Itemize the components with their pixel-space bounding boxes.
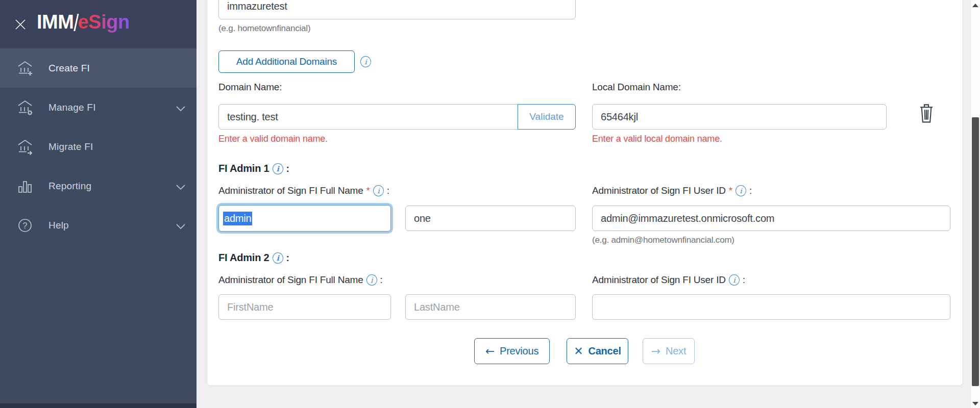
required-asterisk: * bbox=[729, 185, 732, 196]
sidebar-item-create-fi[interactable]: Create FI bbox=[0, 48, 197, 88]
sidebar-nav: Create FI Manage FI bbox=[0, 48, 197, 245]
cancel-button[interactable]: ✕ Cancel bbox=[567, 338, 628, 364]
admin2-user-id-label: Administrator of Sign FI User ID bbox=[592, 274, 745, 286]
admin1-full-name-label: Administrator of Sign FI Full Name * bbox=[218, 185, 389, 196]
chevron-down-icon bbox=[176, 105, 185, 110]
imm-esign-logo: IMM/eSign bbox=[37, 9, 130, 37]
sidebar-item-reporting[interactable]: Reporting bbox=[0, 166, 197, 206]
add-additional-domains-label: Add Additional Domains bbox=[236, 56, 337, 67]
admin1-user-id-input[interactable] bbox=[592, 206, 950, 231]
admin2-user-id-info-icon[interactable] bbox=[729, 274, 740, 286]
fi-admin-1-heading: FI Admin 1 bbox=[218, 163, 289, 174]
heading-colon bbox=[286, 252, 289, 264]
sidebar: IMM/eSign Create FI bbox=[0, 0, 197, 408]
arrow-left-icon: ← bbox=[485, 346, 495, 357]
admin2-full-name-label: Administrator of Sign FI Full Name bbox=[218, 274, 383, 286]
fi-name-input[interactable] bbox=[218, 0, 576, 19]
admin2-last-name-input[interactable] bbox=[405, 294, 576, 320]
close-menu-icon[interactable] bbox=[14, 18, 27, 31]
admin1-full-name-info-icon[interactable] bbox=[373, 185, 384, 196]
admin2-user-id-input[interactable] bbox=[592, 294, 950, 320]
fi-name-hint: (e.g. hometownfinancial) bbox=[218, 23, 310, 34]
logo-esign-text: eSign bbox=[78, 11, 130, 33]
next-button[interactable]: → Next bbox=[643, 338, 695, 364]
sidebar-item-label: Reporting bbox=[48, 181, 91, 192]
sidebar-header: IMM/eSign bbox=[0, 0, 197, 48]
admin1-last-name-input[interactable] bbox=[405, 206, 576, 231]
svg-text:?: ? bbox=[23, 221, 28, 230]
sidebar-item-label: Manage FI bbox=[48, 102, 96, 113]
page: IMM/eSign Create FI bbox=[0, 0, 980, 408]
bar-chart-icon bbox=[17, 178, 33, 194]
admin1-user-id-label: Administrator of Sign FI User ID * bbox=[592, 185, 752, 196]
x-icon: ✕ bbox=[574, 346, 583, 357]
label-colon bbox=[749, 185, 752, 196]
delete-domain-button[interactable] bbox=[918, 102, 935, 125]
previous-button-label: Previous bbox=[500, 345, 538, 357]
label-colon bbox=[380, 274, 383, 286]
sidebar-item-help[interactable]: ? Help bbox=[0, 206, 197, 245]
trash-icon bbox=[918, 118, 935, 125]
next-button-label: Next bbox=[666, 345, 686, 357]
add-domains-info-icon[interactable] bbox=[360, 56, 371, 67]
sidebar-item-manage-fi[interactable]: Manage FI bbox=[0, 88, 197, 127]
admin2-first-name-input[interactable] bbox=[218, 294, 391, 320]
local-domain-name-error: Enter a valid local domain name. bbox=[592, 134, 722, 144]
scrollbar-down-arrow-icon[interactable] bbox=[972, 402, 978, 405]
bank-plus-icon bbox=[17, 60, 33, 76]
label-colon bbox=[387, 185, 389, 196]
domain-name-label: Domain Name: bbox=[218, 82, 282, 93]
label-colon bbox=[743, 274, 745, 286]
logo-slash: / bbox=[74, 9, 79, 37]
domain-name-field-group: Validate bbox=[218, 104, 576, 130]
cancel-button-label: Cancel bbox=[588, 345, 621, 357]
question-circle-icon: ? bbox=[17, 217, 33, 234]
fi-admin-2-heading: FI Admin 2 bbox=[218, 252, 289, 264]
fi-admin-1-info-icon[interactable] bbox=[273, 163, 283, 174]
sidebar-item-label: Migrate FI bbox=[48, 141, 93, 152]
admin1-user-id-info-icon[interactable] bbox=[736, 185, 746, 196]
sidebar-item-label: Create FI bbox=[48, 63, 90, 74]
domain-name-error: Enter a valid domain name. bbox=[218, 134, 328, 144]
admin1-first-name-selected-text: admin bbox=[223, 212, 252, 225]
sidebar-item-migrate-fi[interactable]: Migrate FI bbox=[0, 127, 197, 166]
previous-button[interactable]: ← Previous bbox=[474, 338, 550, 364]
chevron-down-icon bbox=[176, 183, 185, 189]
admin1-user-id-hint: (e.g. admin@hometownfinancial.com) bbox=[592, 235, 734, 245]
scrollbar-up-arrow-icon[interactable] bbox=[972, 4, 978, 7]
bank-gear-icon bbox=[17, 99, 33, 116]
sidebar-item-label: Help bbox=[48, 220, 69, 231]
admin1-first-name-input[interactable]: admin bbox=[218, 205, 391, 232]
logo-imm-text: IMM bbox=[37, 11, 74, 33]
bank-arrow-icon bbox=[17, 139, 33, 155]
vertical-scrollbar-thumb[interactable] bbox=[972, 117, 979, 386]
add-additional-domains-button[interactable]: Add Additional Domains bbox=[218, 50, 355, 73]
validate-domain-button[interactable]: Validate bbox=[518, 104, 576, 130]
sidebar-bottom-strip bbox=[0, 403, 197, 408]
local-domain-name-label: Local Domain Name: bbox=[592, 82, 681, 93]
chevron-down-icon bbox=[176, 222, 185, 228]
required-asterisk: * bbox=[366, 185, 370, 196]
heading-colon bbox=[286, 163, 289, 174]
fi-admin-2-info-icon[interactable] bbox=[273, 252, 283, 264]
arrow-right-icon: → bbox=[651, 346, 660, 357]
admin2-full-name-info-icon[interactable] bbox=[366, 274, 377, 286]
local-domain-name-input[interactable] bbox=[592, 104, 887, 130]
